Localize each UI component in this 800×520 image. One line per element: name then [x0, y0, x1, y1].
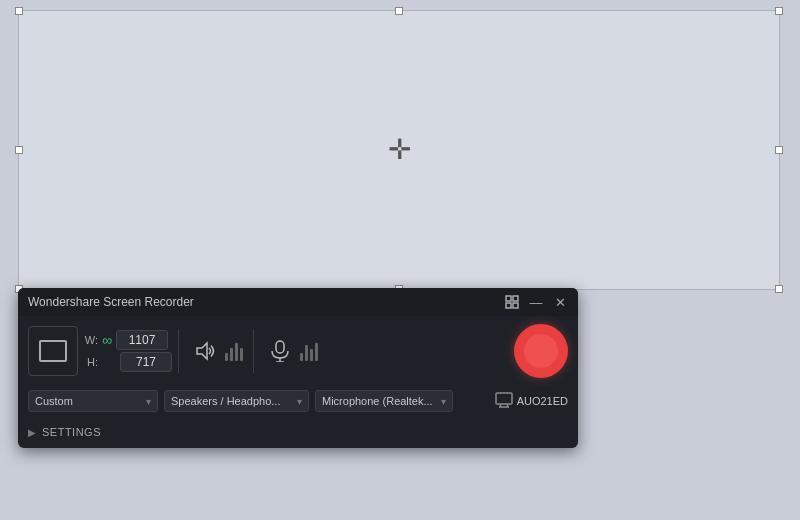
mic-bar-3 [310, 349, 313, 361]
app-title: Wondershare Screen Recorder [28, 295, 194, 309]
controls-row: W: ∞ H: [18, 316, 578, 386]
microphone-dropdown[interactable]: Microphone (Realtek... ▾ [315, 390, 453, 412]
mic-bar-2 [305, 345, 308, 361]
width-row: W: ∞ [84, 330, 172, 350]
divider-1 [178, 329, 179, 373]
svg-rect-5 [276, 341, 284, 353]
microphone-button[interactable] [264, 335, 296, 367]
height-row: H: [84, 352, 172, 372]
speaker-volume-bars[interactable] [225, 341, 243, 361]
recorder-panel: Wondershare Screen Recorder — ✕ W: [18, 288, 578, 448]
handle-br[interactable] [775, 285, 783, 293]
speakers-chevron: ▾ [297, 396, 302, 407]
svg-rect-0 [506, 296, 511, 301]
title-controls: — ✕ [504, 294, 568, 310]
settings-row[interactable]: ▶ SETTINGS [18, 420, 578, 448]
resolution-value: Custom [35, 395, 73, 407]
mic-bar-1 [300, 353, 303, 361]
handle-tm[interactable] [395, 7, 403, 15]
fullscreen-button[interactable] [504, 294, 520, 310]
speaker-control [185, 335, 247, 367]
settings-label: SETTINGS [42, 426, 101, 438]
divider-2 [253, 329, 254, 373]
svg-rect-3 [513, 303, 518, 308]
move-cursor-icon: ✛ [388, 136, 411, 164]
speaker-button[interactable] [189, 335, 221, 367]
mic-bar-4 [315, 343, 318, 361]
speakers-dropdown[interactable]: Speakers / Headpho... ▾ [164, 390, 309, 412]
svg-marker-4 [197, 343, 207, 359]
settings-arrow-icon: ▶ [28, 427, 36, 438]
monitor-label: AUO21ED [517, 395, 568, 407]
screen-selector[interactable] [28, 326, 78, 376]
handle-tl[interactable] [15, 7, 23, 15]
vol-bar-4 [240, 348, 243, 361]
selection-area[interactable]: ✛ [18, 10, 780, 290]
svg-rect-8 [496, 393, 512, 404]
link-icon: ∞ [102, 332, 112, 348]
resolution-dropdown[interactable]: Custom ▾ [28, 390, 158, 412]
monitor-group[interactable]: AUO21ED [495, 392, 568, 411]
handle-tr[interactable] [775, 7, 783, 15]
screen-icon [39, 340, 67, 362]
resolution-chevron: ▾ [146, 396, 151, 407]
vol-bar-1 [225, 353, 228, 361]
record-button[interactable] [514, 324, 568, 378]
title-bar: Wondershare Screen Recorder — ✕ [18, 288, 578, 316]
handle-lm[interactable] [15, 146, 23, 154]
close-button[interactable]: ✕ [552, 294, 568, 310]
microphone-chevron: ▾ [441, 396, 446, 407]
handle-rm[interactable] [775, 146, 783, 154]
height-input[interactable] [120, 352, 172, 372]
microphone-control [260, 335, 322, 367]
svg-rect-2 [506, 303, 511, 308]
vol-bar-2 [230, 348, 233, 361]
height-label: H: [84, 356, 98, 368]
svg-rect-1 [513, 296, 518, 301]
speakers-value: Speakers / Headpho... [171, 395, 280, 407]
minimize-button[interactable]: — [528, 294, 544, 310]
dimensions-group: W: ∞ H: [84, 330, 172, 372]
microphone-value: Microphone (Realtek... [322, 395, 433, 407]
dropdowns-row: Custom ▾ Speakers / Headpho... ▾ Microph… [18, 386, 578, 420]
mic-volume-bars[interactable] [300, 341, 318, 361]
record-inner [524, 334, 558, 368]
vol-bar-3 [235, 343, 238, 361]
width-label: W: [84, 334, 98, 346]
monitor-icon [495, 392, 513, 411]
width-input[interactable] [116, 330, 168, 350]
